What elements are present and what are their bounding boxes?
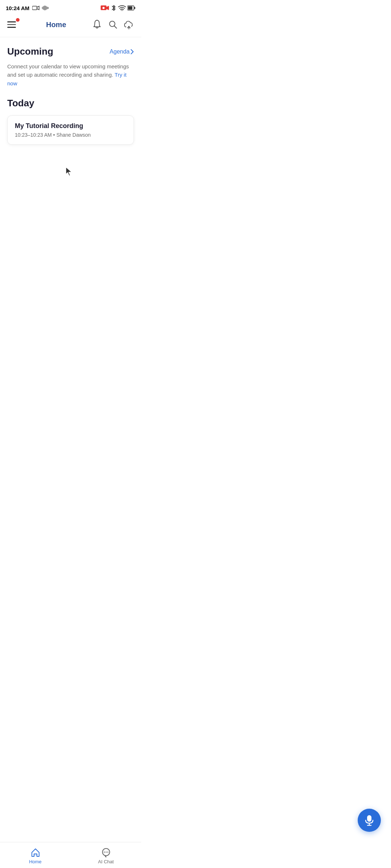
recording-card[interactable]: My Tutorial Recording 10:23–10:23 AM • S…: [7, 115, 134, 145]
notification-button[interactable]: [92, 20, 102, 30]
search-icon: [108, 20, 118, 29]
page-title: Home: [46, 21, 66, 29]
video-icon: [32, 5, 39, 10]
upcoming-title: Upcoming: [7, 46, 53, 57]
status-time: 10:24 AM: [6, 5, 29, 11]
status-bar: 10:24 AM: [0, 0, 141, 14]
search-button[interactable]: [108, 20, 118, 30]
today-section: Today My Tutorial Recording 10:23–10:23 …: [7, 98, 134, 145]
svg-point-16: [96, 20, 97, 21]
menu-line: [7, 27, 16, 28]
svg-point-11: [102, 7, 105, 9]
svg-rect-15: [134, 7, 135, 9]
upcoming-section-header: Upcoming Agenda: [7, 46, 134, 57]
recording-title: My Tutorial Recording: [15, 122, 126, 130]
bluetooth-icon: [111, 4, 117, 12]
record-icon: [101, 5, 109, 11]
menu-line: [7, 24, 16, 25]
bell-icon: [92, 20, 102, 30]
chevron-right-icon: [130, 49, 134, 55]
menu-button[interactable]: [7, 18, 20, 31]
svg-marker-20: [66, 167, 72, 176]
today-title: Today: [7, 98, 134, 109]
upload-button[interactable]: [124, 20, 134, 30]
audio-icon: [41, 5, 49, 10]
upcoming-description: Connect your calendar to view upcoming m…: [7, 62, 134, 88]
main-content: Upcoming Agenda Connect your calendar to…: [0, 37, 141, 153]
svg-marker-10: [106, 6, 109, 10]
cursor: [65, 166, 74, 176]
agenda-label: Agenda: [110, 48, 130, 55]
upload-icon: [124, 20, 134, 29]
svg-point-12: [122, 10, 123, 11]
recording-meta: 10:23–10:23 AM • Shane Dawson: [15, 132, 126, 138]
svg-rect-14: [128, 7, 133, 10]
nav-icon-group: [92, 20, 134, 30]
svg-rect-0: [32, 6, 37, 10]
menu-line: [7, 21, 16, 22]
upcoming-desc-text: Connect your calendar to view upcoming m…: [7, 63, 129, 78]
battery-icon: [127, 5, 135, 10]
agenda-link[interactable]: Agenda: [110, 48, 134, 55]
menu-notification-badge: [16, 18, 20, 22]
svg-line-18: [114, 26, 117, 29]
svg-marker-1: [37, 6, 39, 10]
wifi-icon: [118, 5, 126, 11]
nav-header: Home: [0, 14, 141, 37]
